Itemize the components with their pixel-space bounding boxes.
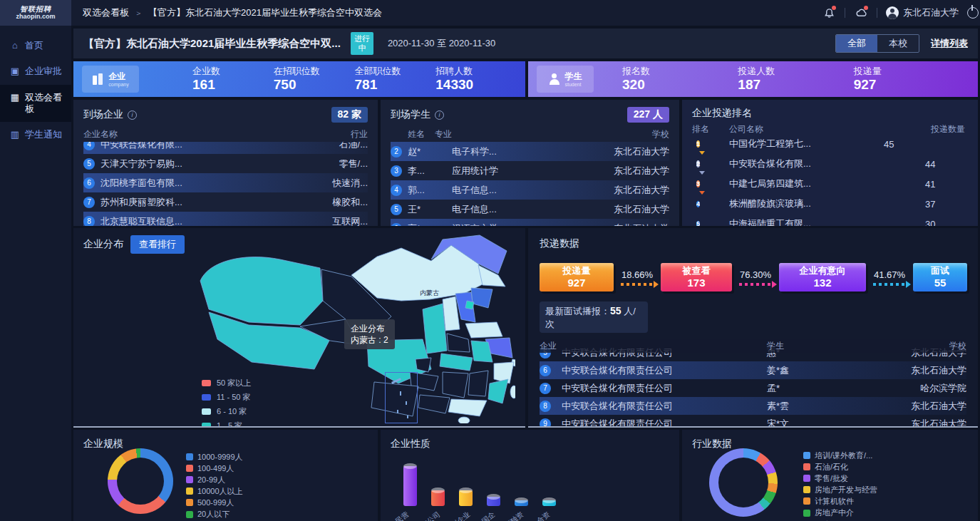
stat-signup-count: 报名数320 bbox=[622, 66, 738, 93]
student-count-badge: 227 人 bbox=[627, 107, 669, 123]
funnel-arrow: 18.66% bbox=[615, 269, 659, 286]
sidebar: 智联招聘 zhaopin.com ⌂ 首页 ▣ 企业审批 ▦ 双选会看板 ▥ 学… bbox=[0, 0, 71, 521]
topbar: 双选会看板 ＞ 【官方】东北石油大学2021届毕业生秋季综合空中双选会 东北石油… bbox=[71, 0, 980, 26]
stats-row: 企业 company 企业数161 在招职位数750 全部职位数781 bbox=[73, 61, 978, 97]
panel-title: 企业性质 bbox=[391, 438, 430, 449]
company-approve-icon: ▣ bbox=[10, 66, 20, 77]
chart-legend: 1000-9999人 100-499人 20-99人 10000人以上 500-… bbox=[186, 453, 243, 519]
industry-donut-chart[interactable] bbox=[709, 448, 778, 517]
stat-hiring-count: 招聘人数14330 bbox=[435, 66, 517, 93]
arrived-companies-panel: 到场企业 i 82 家 企业名称 行业 4 中安联合煤化有限...石油/... bbox=[73, 100, 378, 226]
table-row[interactable]: 9中安联合煤化有限责任公司 宋*文东北石油大学 bbox=[540, 415, 966, 428]
table-row[interactable]: 6中安联合煤化有限责任公司 姜*鑫东北石油大学 bbox=[540, 361, 966, 379]
rank-badge-icon: 5 bbox=[696, 220, 700, 226]
detail-list-link[interactable]: 详情列表 bbox=[931, 37, 968, 50]
table-row[interactable]: 8中安联合煤化有限责任公司 素*雲东北石油大学 bbox=[540, 397, 966, 415]
stat-all-jobs: 全部职位数781 bbox=[355, 66, 436, 93]
student-notice-icon: ▥ bbox=[10, 129, 20, 140]
table-header: 企业名称 行业 bbox=[83, 128, 368, 140]
sidebar-item-label: 企业审批 bbox=[25, 66, 62, 77]
bar-label: 上市公司 bbox=[413, 510, 442, 521]
conversion-funnel: 投递量927 18.66% 被查看173 76.30% 企业有意向132 bbox=[540, 260, 966, 294]
info-icon[interactable]: i bbox=[128, 110, 137, 120]
filter-school-button[interactable]: 本校 bbox=[877, 35, 919, 52]
breadcrumb: 双选会看板 ＞ 【官方】东北石油大学2021届毕业生秋季综合空中双选会 bbox=[83, 6, 382, 19]
table-row[interactable]: 8 北京慧聪互联信息...互联网... bbox=[83, 212, 368, 226]
table-row[interactable]: 4 郭...电子信息...东北石油大学 bbox=[391, 180, 669, 200]
map-legend: 50 家以上 11 - 50 家 6 - 10 家 1 - 5 家 bbox=[202, 378, 251, 428]
breadcrumb-separator: ＞ bbox=[135, 8, 143, 19]
panel-title: 企业规模 bbox=[83, 438, 123, 449]
sidebar-nav: ⌂ 首页 ▣ 企业审批 ▦ 双选会看板 ▥ 学生通知 bbox=[0, 26, 71, 148]
table-row[interactable]: 5 中海福陆重工有限...30 bbox=[692, 214, 968, 226]
map-region-label: 内蒙古 bbox=[420, 289, 439, 296]
logo-en: zhaopin.com bbox=[16, 14, 55, 20]
fair-header: 【官方】东北石油大学2021届毕业生秋季综合空中双... 进行中 2020-11… bbox=[73, 29, 978, 58]
table-row[interactable]: 6 沈阳桃李面包有限...快速消... bbox=[83, 173, 368, 192]
breadcrumb-root[interactable]: 双选会看板 bbox=[83, 6, 129, 19]
bell-icon[interactable] bbox=[822, 6, 836, 20]
notification-dot bbox=[832, 6, 836, 10]
company-nature-bar-chart[interactable] bbox=[388, 449, 672, 506]
sidebar-item-home[interactable]: ⌂ 首页 bbox=[0, 33, 71, 58]
sidebar-item-label: 双选会看板 bbox=[25, 92, 66, 115]
table-row[interactable]: 3 中建七局第四建筑...41 bbox=[692, 174, 968, 194]
industry-data-panel: 行业数据 培训/课外教育/... 石油/石化 零售/批发 房地产开发与经营 计算… bbox=[682, 430, 978, 521]
table-row[interactable]: 3 李...应用统计学东北石油大学 bbox=[391, 161, 669, 180]
arrived-students-panel: 到场学生 i 227 人 姓名 专业 学校 2 赵*电子科学...东北石油大学 … bbox=[381, 100, 679, 226]
divider bbox=[845, 8, 845, 18]
person-icon bbox=[549, 73, 560, 85]
table-row[interactable]: 4 中安联合煤化有限...石油/... bbox=[83, 142, 368, 154]
zhaopin-logo[interactable]: 智联招聘 zhaopin.com bbox=[0, 0, 71, 26]
user-menu[interactable]: 东北石油大学 bbox=[886, 6, 959, 19]
company-count-badge: 82 家 bbox=[331, 107, 368, 123]
table-row[interactable]: 7 苏州和庚丽塑胶科...橡胶和... bbox=[83, 192, 368, 212]
table-row[interactable]: 2 中安联合煤化有限...44 bbox=[692, 154, 968, 174]
table-row[interactable]: 2 赵*电子科学...东北石油大学 bbox=[391, 142, 669, 161]
stat-applicant-count: 投递人数187 bbox=[738, 66, 853, 93]
scope-toggle: 全部 本校 bbox=[835, 34, 919, 53]
company-delivery-rank-panel: 企业投递排名 排名 公司名称 投递数量 1 中国化学工程第七...45 2 中安… bbox=[682, 100, 978, 226]
topbar-actions: 东北石油大学 bbox=[822, 6, 980, 20]
table-header: 姓名 专业 学校 bbox=[391, 128, 669, 140]
table-row[interactable]: 5 王*电子信息...东北石油大学 bbox=[391, 200, 669, 219]
app-root: 智联招聘 zhaopin.com ⌂ 首页 ▣ 企业审批 ▦ 双选会看板 ▥ 学… bbox=[0, 0, 980, 521]
legend-item: 1 - 5 家 bbox=[202, 421, 251, 428]
sidebar-item-student-notice[interactable]: ▥ 学生通知 bbox=[0, 122, 71, 148]
logout-power-icon[interactable] bbox=[967, 7, 979, 19]
info-icon[interactable]: i bbox=[435, 110, 444, 120]
avatar bbox=[886, 6, 899, 19]
map-row: 企业分布 查看排行 bbox=[73, 228, 978, 428]
south-china-sea-inset bbox=[385, 372, 418, 423]
funnel-arrow: 41.67% bbox=[867, 269, 912, 286]
gold-medal-icon: 1 bbox=[696, 140, 700, 148]
panel-title: 到场学生 bbox=[391, 108, 430, 121]
delivery-data-panel: 投递数据 投递量927 18.66% 被查看173 76.30% bbox=[528, 228, 978, 428]
chart-legend: 培训/课外教育/... 石油/石化 零售/批发 房地产开发与经营 计算机软件 房… bbox=[803, 451, 877, 521]
home-icon: ⌂ bbox=[10, 40, 20, 51]
fair-board-icon: ▦ bbox=[10, 92, 20, 103]
table-row[interactable]: 1 中国化学工程第七...45 bbox=[692, 134, 968, 154]
sidebar-item-label: 首页 bbox=[25, 40, 43, 51]
panel-title: 企业分布 bbox=[83, 238, 123, 251]
bar-label: 国企 bbox=[480, 510, 497, 521]
delivery-list: 企业 学生 学校 5中安联合煤化有限责任公司 惠*东北石油大学 6中安联合煤化有… bbox=[540, 339, 966, 428]
breadcrumb-current: 【官方】东北石油大学2021届毕业生秋季综合空中双选会 bbox=[148, 6, 382, 19]
company-scale-donut-chart[interactable] bbox=[108, 448, 173, 514]
student-icon-card: 学生 student bbox=[537, 66, 594, 93]
company-scale-panel: 企业规模 1000-9999人 100-499人 20-99人 10000人以上… bbox=[73, 430, 378, 521]
cloud-sync-icon[interactable] bbox=[854, 6, 868, 20]
bottom-row: 企业规模 1000-9999人 100-499人 20-99人 10000人以上… bbox=[73, 430, 978, 521]
view-ranking-button[interactable]: 查看排行 bbox=[130, 235, 185, 254]
legend-item: 50 家以上 bbox=[202, 378, 251, 388]
sidebar-item-company-approve[interactable]: ▣ 企业审批 bbox=[0, 58, 71, 84]
funnel-stage-interview: 面试55 bbox=[913, 263, 967, 292]
table-row[interactable]: 4 株洲醴陵旗滨玻璃...37 bbox=[692, 194, 968, 214]
table-row[interactable]: 7中安联合煤化有限责任公司 孟*哈尔滨学院 bbox=[540, 379, 966, 397]
bronze-medal-icon: 3 bbox=[696, 180, 700, 187]
fair-title: 【官方】东北石油大学2021届毕业生秋季综合空中双... bbox=[83, 37, 341, 51]
filter-all-button[interactable]: 全部 bbox=[836, 35, 877, 52]
table-row[interactable]: 6 高*汉语言文学东北石油大学 bbox=[391, 219, 669, 226]
table-row[interactable]: 5 天津天宁苏宁易购...零售/... bbox=[83, 154, 368, 173]
sidebar-item-fair-board[interactable]: ▦ 双选会看板 bbox=[0, 85, 71, 123]
